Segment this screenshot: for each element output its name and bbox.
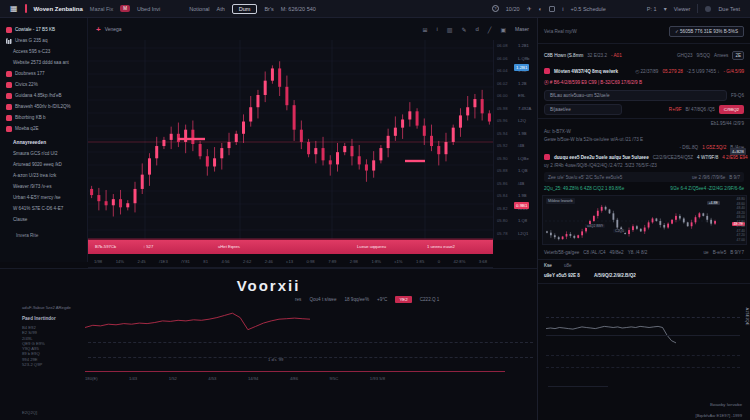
sidebar-item[interactable]: Smaura GCS r/cd U/2 — [0, 148, 87, 159]
meta-badge[interactable]: YE2 — [395, 296, 411, 303]
draw-icon[interactable]: ✎ — [461, 26, 466, 33]
asset-pnl: 4 2/E95 E94 — [722, 155, 747, 160]
sidebar-item[interactable]: Clause — [0, 214, 87, 225]
instrument-name: u9eY e5u5 92E 8 — [544, 273, 580, 278]
order-input[interactable]: BfLau aur/e5uau–um 52/ue/e — [544, 90, 727, 101]
submit-order-button[interactable]: C/98Q2 — [719, 105, 744, 114]
price-tick: 05.80 — [497, 219, 507, 223]
sidebar-item[interactable]: A-azon U/23 trea /crk — [0, 170, 87, 181]
info-icon[interactable]: i — [562, 6, 563, 12]
bell-icon[interactable]: ◐ — [539, 6, 543, 12]
stat: Y8. /4 8/2 — [628, 250, 648, 255]
summary-button[interactable]: ✓ 5605B 7T6 31E 93% B-5%S — [669, 26, 744, 37]
filter-icon[interactable]: ▾ — [664, 5, 667, 12]
totals-row: Eb1.95/44 /2/9'9 — [711, 121, 744, 126]
sidebar-item[interactable]: Doubness 177 — [0, 68, 87, 79]
user-avatar[interactable] — [705, 6, 711, 12]
price-tick: 05.82 — [497, 207, 507, 211]
maser-label[interactable]: Maser — [515, 26, 529, 32]
meta-item[interactable]: Qou4 t s/wee — [309, 297, 336, 302]
mode-badge[interactable]: M — [120, 5, 130, 12]
amount-input[interactable]: B/jaaet/ee — [544, 104, 622, 115]
sidebar-item[interactable]: Weaver /9/73 /v-es — [0, 181, 87, 192]
bottom-line-chart[interactable] — [85, 305, 310, 335]
price-tick: 1.2B — [518, 82, 531, 86]
instrument-code: A/5/9Q/2.2/9/2.B/Q2 — [594, 273, 636, 278]
asset-detail: uy 2 /R4b 4uwe/9Q/8-/Q4/2/4Q /2.4/72 .5/… — [544, 163, 657, 168]
sidebar-item[interactable]: Arturead 9020 eeeq /kD — [0, 159, 87, 170]
bars-icon[interactable]: ▥ — [447, 26, 453, 33]
tab-kse[interactable]: Kse — [544, 263, 552, 268]
meta-item[interactable]: res — [295, 297, 301, 302]
symbol-label[interactable]: Venega — [105, 26, 122, 32]
sidebar-item[interactable]: Civics 22% — [0, 79, 87, 90]
position-time: ◴ 22/37/89 — [635, 69, 658, 74]
main-candlestick-chart[interactable] — [88, 40, 493, 240]
sidebar-item[interactable]: Biborbing KB b — [0, 112, 87, 123]
time-tick: /1E3 — [159, 259, 168, 264]
sidebar-item[interactable]: Access 595 s-C23 — [0, 46, 87, 57]
row-value: 9/5QQ — [697, 53, 711, 58]
gridline — [546, 367, 740, 368]
sidebar-item[interactable]: Cowtale - 17 B5 KB — [0, 24, 87, 35]
d-icon[interactable]: d — [475, 26, 478, 32]
alert-price-tag: 0.9B1 — [514, 202, 529, 209]
menu-item-4[interactable]: Br's — [264, 6, 273, 12]
menu-item-2[interactable]: Notional — [189, 6, 209, 12]
schedule-label[interactable]: +0.5 Schedule — [571, 6, 606, 12]
sidebar-item[interactable]: Ureas G 235 aq — [0, 35, 87, 46]
sidebar-item[interactable]: Guidana 4.85kp /hd'eB — [0, 90, 87, 101]
trading-terminal: ▦ Woven Zenbalina Mazal Fix M Ubed Invi … — [0, 0, 750, 420]
checkbox[interactable] — [549, 6, 555, 12]
dum-button[interactable]: Dum — [232, 4, 258, 14]
bottom-time-tick: 14/94 — [248, 376, 258, 381]
add-icon[interactable]: + — [96, 25, 101, 34]
price-tick: 06.04 — [497, 69, 507, 73]
row-value: GHQ23 — [677, 53, 693, 58]
legend-title: Paed Inertindor — [22, 316, 84, 321]
help-count: 10/20 — [506, 6, 520, 12]
meta-item[interactable]: 18 9qq/ee% — [344, 297, 369, 302]
menu-item-3[interactable]: Ath — [217, 6, 225, 12]
send-icon[interactable]: ✈ — [527, 5, 532, 12]
info-icon[interactable]: i — [436, 26, 437, 32]
help-icon[interactable]: ? — [492, 5, 499, 12]
due-test-label[interactable]: Due Test — [718, 6, 740, 12]
snapshot-icon[interactable]: ▣ — [500, 26, 506, 33]
sidebar-item[interactable]: W 641% S7E C-D6 4-E7 — [0, 203, 87, 214]
ribbon-label: uHet Eqees — [218, 244, 240, 249]
menu-item-1[interactable]: Ubed Invi — [137, 6, 160, 12]
holding-row[interactable]: Gewe b/5ue-W b/a 52/s-ue/u/ee w/A-ut /21… — [544, 137, 643, 142]
order-panel: Veta Real my/W ✓ 5605B 7T6 31E 93% B-5%S… — [537, 18, 750, 420]
note-row[interactable]: Zee u/e' 5ue/u e5' 2/C 5u7e ee5u/e5 — [548, 175, 622, 180]
sidebar-item[interactable]: Annayreeeden — [0, 137, 87, 148]
sidebar-item[interactable]: Bhavesh 450rlv b-/DIL2Q% — [0, 101, 87, 112]
sidebar-item-label: Invera Rite — [16, 233, 38, 238]
mini-candlestick-chart[interactable] — [545, 197, 717, 245]
row-chip[interactable]: 2E — [732, 51, 744, 60]
price-axis[interactable]: 06.0806.0606.0406.0206.0005.9805.9605.94… — [493, 40, 537, 240]
gain-row: 2Qu_25: 49.Z8% 6 4Z8 C/Q2 1 89.8/6e — [544, 186, 624, 191]
bottom-meta-row: res Qou4 t s/wee 18 9qq/ee% +9°C YE2 C22… — [295, 296, 439, 303]
instrument-icon — [6, 82, 12, 88]
sidebar-item[interactable]: Urban 4-E5Y mercy /se — [0, 192, 87, 203]
line-tool-icon[interactable]: ╱ — [488, 26, 492, 33]
grid-icon[interactable]: ⊞ — [422, 26, 427, 33]
bottom-time-axis: 180(E)1/431/524/5314/944/869/5C1/93 5/8 — [85, 376, 385, 381]
gridline — [88, 342, 533, 343]
time-axis[interactable]: 1/9814%2:45/1E3/Y81814:562:622:46c130:98… — [88, 256, 493, 268]
mini-axis-tick: 47.20 — [737, 234, 746, 237]
legend-item[interactable]: 523-2 Q9P — [22, 362, 84, 367]
asset-title[interactable]: duuqu eee5 Dee2u 5ue/e au/qu 5ue 5u/ueee — [554, 155, 649, 160]
tab-2[interactable]: u8e — [564, 263, 572, 268]
baseline-label: 1 d's '99 — [268, 357, 283, 362]
sidebar-item[interactable]: Invera Rite — [0, 230, 87, 241]
stat: 49/8e2 — [610, 250, 624, 255]
app-logo-icon[interactable]: ▦ — [10, 4, 18, 13]
viewer-label[interactable]: Viewer — [674, 6, 691, 12]
sidebar-item[interactable]: Website 2573 dddd saa ant — [0, 57, 87, 68]
sidebar-item[interactable]: Moeba q2E — [0, 123, 87, 134]
section-label: Au: b-B7X-W — [544, 129, 571, 134]
mini-chart-panel[interactable]: Mildew lewwrb +4.8E 48.2B u4Q2 8W9 C2Q5 … — [542, 195, 747, 245]
position-title[interactable]: Mövten 4W37/4Q 8mq we/wrk — [554, 69, 618, 74]
